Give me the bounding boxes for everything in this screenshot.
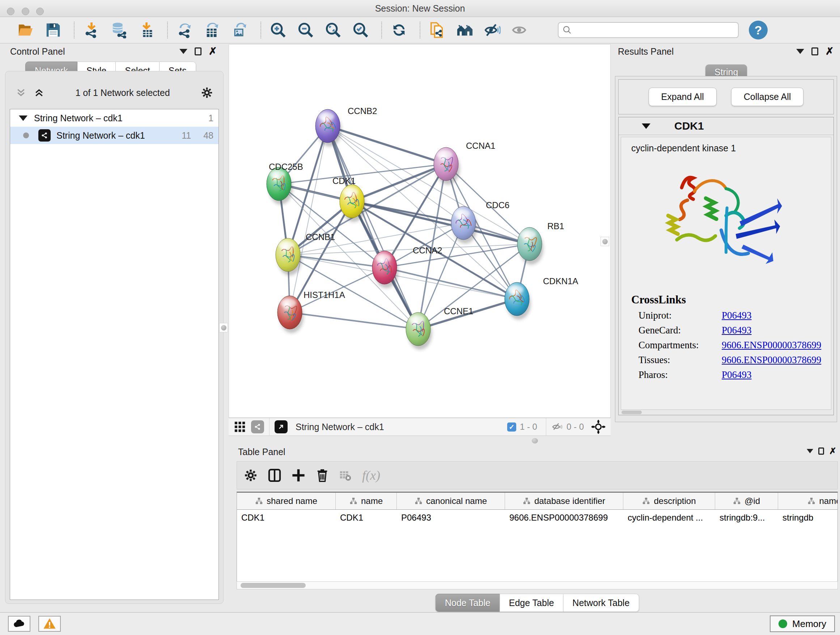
crosslink-link[interactable]: 9606.ENSP00000378699	[722, 355, 821, 366]
refresh-icon[interactable]	[390, 21, 408, 39]
bottom-splitter-handle[interactable]	[532, 438, 538, 443]
float-panel-icon[interactable]	[818, 448, 824, 455]
protein-card-header[interactable]: CDK1	[619, 117, 834, 135]
edge-CCNB2-HIST1H1A[interactable]	[290, 126, 328, 312]
table-cell[interactable]: stringdb:9...	[715, 510, 778, 526]
tree-expand-icon[interactable]	[19, 116, 27, 121]
help-icon[interactable]: ?	[749, 21, 767, 40]
tab-edge-table[interactable]: Edge Table	[500, 594, 564, 612]
table-cell[interactable]: stringdb	[778, 510, 838, 526]
network-view-canvas[interactable]: CCNB2CCNA1CDC25BCDK1CDC6RB1CCNB1CCNA2CDK…	[229, 44, 611, 418]
edge-CCNB2-CCNA1[interactable]	[328, 126, 446, 164]
hide-selected-icon[interactable]	[483, 21, 501, 39]
table-hscrollbar[interactable]	[237, 581, 838, 589]
import-table-icon[interactable]	[137, 21, 156, 39]
network-view-mode-icon[interactable]	[251, 420, 264, 433]
column-header-namespace[interactable]: namespace	[778, 493, 838, 509]
export-image-icon[interactable]	[231, 21, 249, 39]
import-network-database-icon[interactable]	[110, 21, 128, 39]
delete-table-icon[interactable]	[338, 467, 352, 483]
zoom-out-icon[interactable]	[297, 21, 315, 39]
float-panel-icon[interactable]	[195, 48, 202, 55]
collapse-all-button[interactable]: Collapse All	[731, 88, 804, 106]
grid-view-icon[interactable]	[234, 421, 246, 433]
node-CCNE1[interactable]	[406, 312, 432, 350]
crosslinks-title: CrossLinks	[631, 293, 831, 306]
collapse-panel-icon[interactable]	[807, 449, 813, 453]
expand-all-icon[interactable]	[34, 87, 44, 98]
table-hscroll-thumb[interactable]	[240, 583, 306, 588]
fit-content-crosshair-icon[interactable]	[591, 420, 606, 434]
node-table[interactable]: shared namenamecanonical namedatabase id…	[237, 492, 838, 583]
zoom-in-icon[interactable]	[269, 21, 287, 39]
cloud-status-icon[interactable]	[8, 616, 30, 632]
protein-card-hscroll[interactable]	[622, 410, 642, 414]
crosslink-link[interactable]: P06493	[722, 369, 752, 380]
column-header-name[interactable]: name	[336, 493, 397, 509]
node-CDKN1A[interactable]	[505, 282, 531, 320]
open-session-icon[interactable]	[17, 21, 35, 39]
column-header-shared-name[interactable]: shared name	[237, 493, 336, 509]
create-column-icon[interactable]	[291, 467, 306, 483]
table-cell[interactable]: 9606.ENSP00000378699	[505, 510, 623, 526]
node-CDC6[interactable]	[451, 206, 477, 244]
import-network-file-icon[interactable]	[82, 21, 101, 39]
node-RB1[interactable]	[517, 227, 543, 264]
collapse-all-icon[interactable]	[16, 87, 27, 98]
node-HIST1H1A[interactable]	[278, 296, 303, 333]
edge-CCNB1-CCNA2[interactable]	[288, 255, 385, 268]
zoom-fit-icon[interactable]	[324, 21, 342, 39]
crosslink-link[interactable]: P06493	[722, 325, 752, 336]
show-all-icon[interactable]	[511, 21, 529, 39]
node-CCNB2[interactable]	[316, 109, 341, 147]
home-networks-icon[interactable]	[456, 21, 474, 39]
export-table-icon[interactable]	[203, 21, 221, 39]
table-cell[interactable]: CDK1	[237, 510, 336, 526]
tab-network-table[interactable]: Network Table	[563, 594, 639, 612]
edge-HIST1H1A-CCNE1[interactable]	[290, 312, 418, 329]
memory-button[interactable]: Memory	[770, 616, 835, 632]
table-settings-gear-icon[interactable]	[243, 467, 259, 483]
collapse-panel-icon[interactable]	[796, 49, 804, 54]
close-panel-icon[interactable]: ✗	[826, 48, 834, 55]
network-graph[interactable]: CCNB2CCNA1CDC25BCDK1CDC6RB1CCNB1CCNA2CDK…	[229, 44, 610, 417]
right-splitter-handle[interactable]	[600, 237, 609, 246]
warning-status-icon[interactable]	[38, 616, 61, 632]
table-cell[interactable]: CDK1	[336, 510, 397, 526]
save-session-icon[interactable]	[44, 21, 62, 39]
zoom-selected-icon[interactable]	[352, 21, 370, 39]
collapse-panel-icon[interactable]	[180, 49, 187, 54]
network-collection-row[interactable]: String Network – cdk1 1	[10, 109, 218, 127]
edge-CCNA2-CDKN1A[interactable]	[385, 268, 517, 299]
crosslink-link[interactable]: 9606.ENSP00000378699	[722, 340, 821, 351]
column-header-description[interactable]: description	[623, 493, 715, 509]
close-panel-icon[interactable]: ✗	[209, 48, 217, 55]
selected-checkbox-icon[interactable]: ✓	[507, 423, 516, 432]
network-row-selected[interactable]: String Network – cdk1 11 48	[10, 127, 218, 144]
table-cell[interactable]: cyclin-dependent ...	[623, 510, 715, 526]
left-splitter-handle[interactable]	[219, 323, 228, 333]
expand-all-button[interactable]: Expand All	[649, 88, 717, 106]
node-CCNA2[interactable]	[372, 251, 398, 288]
collapse-protein-icon[interactable]	[642, 124, 651, 129]
detach-view-icon[interactable]	[275, 420, 287, 433]
function-builder-icon[interactable]: f(x)	[362, 468, 380, 483]
show-column-icon[interactable]	[267, 467, 283, 483]
close-panel-icon[interactable]: ✗	[829, 447, 836, 455]
export-network-icon[interactable]	[176, 21, 194, 39]
column-header-database-identifier[interactable]: database identifier	[505, 493, 623, 509]
node-CCNB1[interactable]	[276, 238, 302, 276]
table-cell[interactable]: P06493	[397, 510, 505, 526]
table-row[interactable]: CDK1CDK1P064939606.ENSP00000378699cyclin…	[237, 510, 837, 526]
column-header-canonical-name[interactable]: canonical name	[397, 493, 505, 509]
clone-network-icon[interactable]	[428, 21, 447, 39]
crosslink-link[interactable]: P06493	[722, 310, 752, 321]
float-panel-icon[interactable]	[812, 48, 818, 55]
gear-icon[interactable]	[201, 87, 213, 99]
delete-column-trash-icon[interactable]	[314, 467, 330, 483]
crosslink-label: GeneCard:	[638, 325, 722, 336]
edge-CCNB2-RB1[interactable]	[328, 126, 530, 244]
column-header-id[interactable]: @id	[715, 493, 778, 509]
search-input[interactable]	[558, 22, 739, 38]
tab-node-table[interactable]: Node Table	[436, 594, 500, 612]
